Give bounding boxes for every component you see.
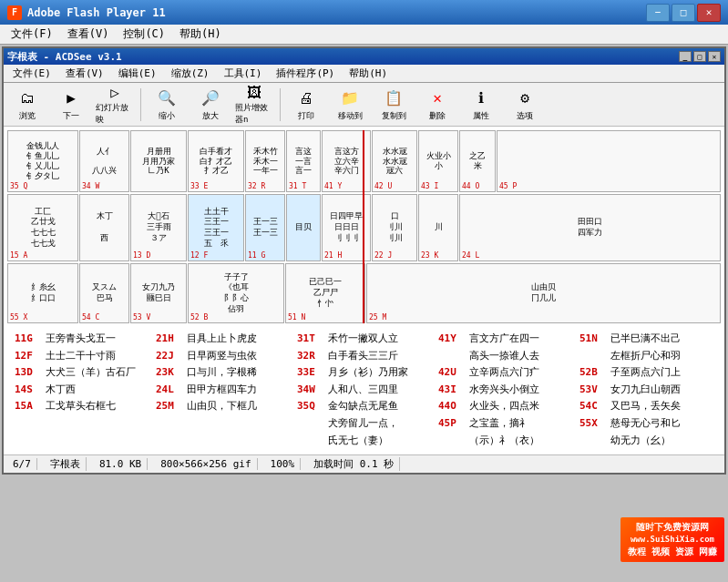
- grid-cell-15A[interactable]: 工匚乙廿戈七七七七七戈 15 A: [7, 194, 78, 261]
- inner-window-title: 字根表 - ACDSee v3.1: [7, 50, 122, 64]
- cell-content: 月册用月用乃家㇗乃K: [142, 147, 175, 176]
- grid-cell-31T[interactable]: 言这一言言一 31 T: [286, 130, 321, 192]
- cell-content: 金钱儿人钅鱼儿乚钅乂儿乚钅夕タ乚: [26, 141, 59, 180]
- next-icon: ▶: [60, 87, 82, 109]
- grid-cell-33E[interactable]: 白手看才白扌才乙扌才乙 33 E: [188, 130, 244, 192]
- grid-cell-wood[interactable]: 木丁西: [79, 194, 129, 261]
- desc-code: 44O: [438, 398, 466, 414]
- title-bar: F Adobe Flash Player 11 − □ ✕: [0, 0, 728, 25]
- desc-text: 慈母无心弓和匕: [610, 415, 681, 432]
- menu-file[interactable]: 文件(F): [4, 25, 60, 44]
- inner-window: 字根表 - ACDSee v3.1 _ □ ✕ 文件(E) 查看(V) 编辑(E…: [2, 46, 726, 475]
- toolbar-copy[interactable]: 📋 复制到: [374, 85, 414, 125]
- toolbar-slideshow[interactable]: ▷ 幻灯片放映: [95, 85, 135, 125]
- grid-cell-25M[interactable]: 山由贝冂几儿 25 M: [366, 263, 721, 323]
- desc-text: 山由贝，下框几: [187, 398, 257, 414]
- cell-content: 纟糸幺纟口口: [31, 282, 56, 303]
- grid-cell-43I[interactable]: 火业小小 43 I: [418, 130, 458, 192]
- grid-cell-cursor[interactable]: 目贝: [286, 194, 321, 261]
- grid-cell-35Q[interactable]: 金钱儿人钅鱼儿乚钅乂儿乚钅夕タ乚 35 Q: [7, 130, 78, 192]
- photo-enhance-icon: 🖼: [243, 84, 265, 101]
- grid-cell-54C[interactable]: 又スム巴马 54 C: [79, 263, 129, 323]
- cell-content: 日四甲早日日日刂刂刂: [330, 211, 363, 243]
- desc-code: [579, 348, 607, 364]
- cell-content: 子子了《也耳阝阝心佔羽: [224, 272, 249, 315]
- inner-maximize[interactable]: □: [693, 51, 706, 62]
- cell-id: 54 C: [82, 313, 99, 322]
- grid-cell-11G[interactable]: 王一三王一三 11 G: [245, 194, 285, 261]
- desc-item: 31T禾竹一撇双人立: [297, 331, 431, 347]
- cell-content: 又スム巴马: [92, 282, 117, 303]
- desc-item: 13D大犬三（羊）古石厂: [15, 364, 149, 381]
- inner-close[interactable]: ✕: [708, 51, 721, 62]
- grid-cell-32R[interactable]: 禾木竹禾木一一年一 32 R: [245, 130, 285, 192]
- grid-cell-42U[interactable]: 水水㓂水水㓂㓂六 42 U: [372, 130, 417, 192]
- desc-col-2: 21H目具上止卜虎皮 22J日早两竖与虫依 23K口与川，字根稀 24L田甲方框…: [152, 331, 293, 449]
- menu-view[interactable]: 查看(V): [60, 25, 117, 44]
- inner-menu-zoom[interactable]: 缩放(Z): [164, 65, 217, 82]
- toolbar-browse[interactable]: 🗂 浏览: [7, 85, 47, 125]
- grid-cell-45P[interactable]: 45 P: [497, 130, 721, 192]
- desc-code: 25M: [156, 398, 183, 414]
- maximize-button[interactable]: □: [672, 4, 695, 22]
- print-label: 打印: [298, 110, 314, 122]
- toolbar-photo-enhance[interactable]: 🖼 照片增效器n: [234, 85, 274, 125]
- toolbar-properties[interactable]: ℹ 属性: [461, 85, 501, 125]
- grid-cell-22J[interactable]: 口刂川刂川 22 J: [372, 194, 417, 261]
- inner-title: 字根表 - ACDSee v3.1 _ □ ✕: [4, 48, 724, 65]
- desc-item: 33E月乡（衫）乃用家: [297, 364, 431, 381]
- toolbar-move[interactable]: 📁 移动到: [330, 85, 370, 125]
- desc-item: 24L田甲方框四车力: [156, 382, 290, 398]
- grid-cell-52B[interactable]: 子子了《也耳阝阝心佔羽 52 B: [188, 263, 284, 323]
- inner-menu-tools[interactable]: 工具(I): [217, 65, 270, 82]
- grid-cell-12F[interactable]: 土土干三王一三王一五 乑 12 F: [188, 194, 244, 261]
- toolbar: 🗂 浏览 ▶ 下一 ▷ 幻灯片放映 🔍 缩小 🔎 放: [4, 83, 724, 127]
- grid-cell-month[interactable]: 月册用月用乃家㇗乃K: [130, 130, 187, 192]
- grid-cell-53V[interactable]: 女刀九乃㔶巳日 53 V: [130, 263, 187, 323]
- desc-code: [438, 433, 466, 449]
- inner-menu-plugins[interactable]: 插件程序(P): [269, 65, 342, 82]
- desc-item: 35Q金勾缺点无尾鱼: [297, 398, 431, 414]
- desc-text: 白手看头三三斤: [328, 348, 398, 364]
- desc-code: 24L: [156, 382, 183, 398]
- menu-help[interactable]: 帮助(H): [172, 25, 229, 44]
- app-wrapper: F Adobe Flash Player 11 − □ ✕ 文件(F) 查看(V…: [0, 0, 728, 582]
- toolbar-next[interactable]: ▶ 下一: [51, 85, 91, 125]
- cell-id: 32 R: [248, 182, 265, 190]
- toolbar-options[interactable]: ⚙ 选项: [505, 85, 545, 125]
- status-type: 字根表: [45, 457, 87, 471]
- grid-cell-24L[interactable]: 田田口四军力 24 L: [459, 194, 721, 261]
- desc-text: 金勾缺点无尾鱼: [328, 398, 398, 414]
- toolbar-zoomout[interactable]: 🔍 缩小: [147, 85, 187, 125]
- desc-item: 23K口与川，字根稀: [156, 364, 290, 381]
- inner-menu-help[interactable]: 帮助(H): [342, 65, 395, 82]
- grid-cell-44O[interactable]: 之乙米 44 O: [459, 130, 496, 192]
- grid-cell-34W[interactable]: 人亻八八兴 34 W: [79, 130, 129, 192]
- desc-item: 14S木丁西: [15, 382, 149, 398]
- grid-cell-23K[interactable]: 川 23 K: [418, 194, 458, 261]
- browse-label: 浏览: [19, 110, 36, 122]
- toolbar-delete[interactable]: ✕ 删除: [417, 85, 457, 125]
- inner-menu-file[interactable]: 文件(E): [5, 65, 58, 82]
- app-title: Adobe Flash Player 11: [27, 6, 166, 19]
- desc-text: 田甲方框四车力: [187, 382, 257, 398]
- toolbar-print[interactable]: 🖨 打印: [286, 85, 326, 125]
- desc-code: 23K: [156, 364, 183, 381]
- desc-text: 女刀九臼山朝西: [610, 382, 681, 398]
- desc-code: 35Q: [297, 398, 324, 414]
- toolbar-zoomin[interactable]: 🔎 放大: [190, 85, 231, 125]
- close-button[interactable]: ✕: [697, 4, 721, 22]
- desc-item: （示）礻（衣）: [438, 433, 572, 449]
- menu-control[interactable]: 控制(C): [116, 25, 172, 44]
- grid-cell-55X[interactable]: 纟糸幺纟口口 55 X: [7, 263, 78, 323]
- inner-menu-edit[interactable]: 编辑(E): [111, 65, 164, 82]
- grid-cell-51N[interactable]: 已己巳一乙尸尸忄㣺 51 N: [285, 263, 365, 323]
- inner-minimize[interactable]: _: [679, 51, 692, 62]
- move-icon: 📁: [339, 87, 361, 109]
- desc-code: 52B: [579, 364, 607, 381]
- inner-menu-view[interactable]: 查看(V): [58, 65, 111, 82]
- desc-row-1: 11G王旁青头戈五一 12F土士二干十寸雨 13D大犬三（羊）古石厂 14S木丁…: [11, 331, 717, 449]
- grid-cell-13D[interactable]: 大𠂊石三手雨３ア 13 D: [130, 194, 187, 261]
- desc-text: 氏无七（妻）: [328, 433, 388, 449]
- minimize-button[interactable]: −: [646, 4, 670, 22]
